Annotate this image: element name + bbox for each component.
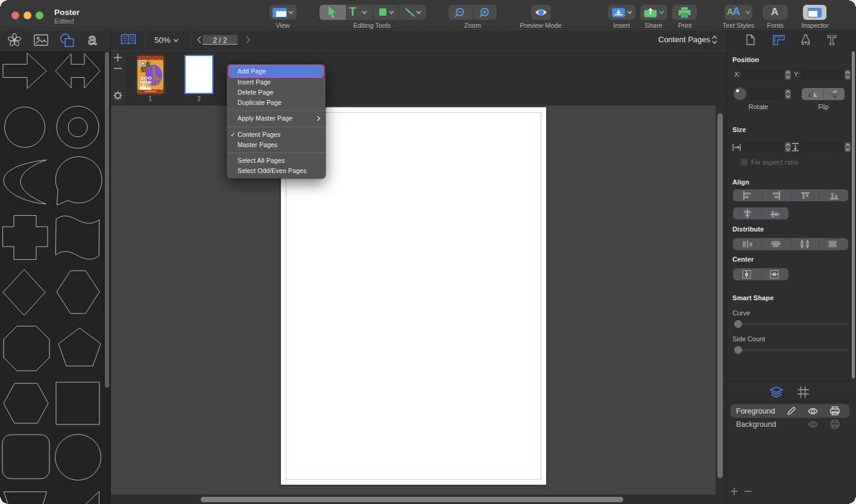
svg-text:PARK: PARK: [140, 80, 152, 84]
